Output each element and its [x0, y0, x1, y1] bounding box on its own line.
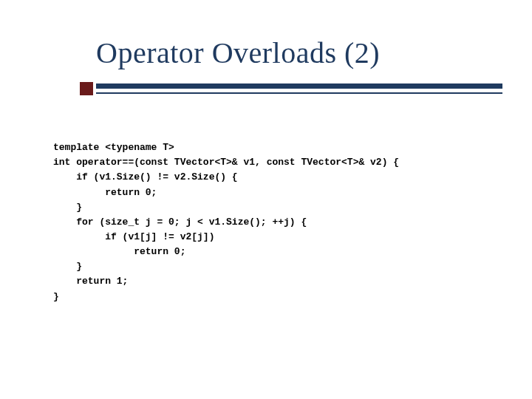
code-line: } — [53, 261, 82, 272]
code-line: } — [53, 291, 59, 302]
code-block: template <typename T> int operator==(con… — [53, 126, 502, 319]
title-rule — [96, 83, 502, 97]
slide-title: Operator Overloads (2) — [96, 35, 502, 70]
code-line: for (size_t j = 0; j < v1.Size(); ++j) { — [53, 216, 307, 228]
code-line: } — [53, 202, 82, 213]
thin-rule — [96, 92, 502, 94]
code-line: template <typename T> — [53, 142, 174, 153]
code-line: if (v1[j] != v2[j]) — [53, 231, 214, 242]
code-line: return 0; — [53, 246, 185, 257]
thick-rule — [96, 83, 502, 89]
code-line: return 1; — [53, 276, 128, 287]
title-block: Operator Overloads (2) — [96, 35, 502, 97]
code-line: return 0; — [53, 187, 157, 198]
slide: Operator Overloads (2) template <typenam… — [0, 0, 532, 399]
code-line: int operator==(const TVector<T>& v1, con… — [53, 157, 399, 168]
bullet-square-icon — [80, 82, 93, 95]
code-line: if (v1.Size() != v2.Size() { — [53, 171, 238, 183]
